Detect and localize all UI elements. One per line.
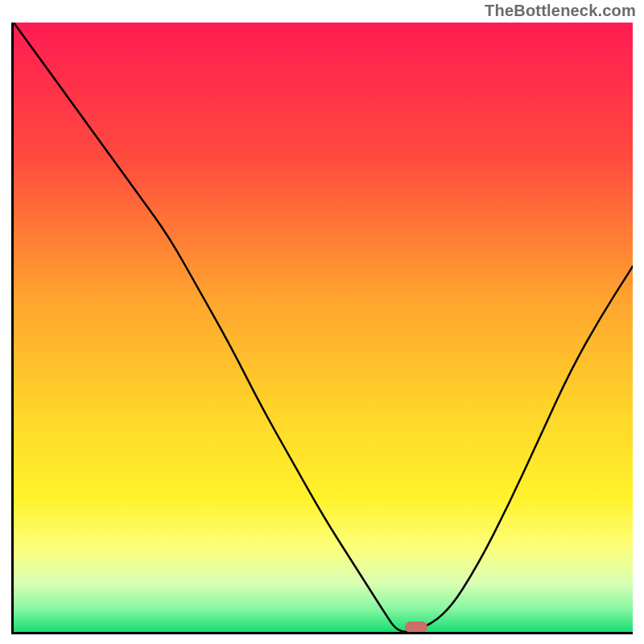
bottleneck-curve (14, 23, 633, 632)
optimal-marker (405, 621, 427, 633)
attribution-text: TheBottleneck.com (485, 2, 636, 20)
plot-area (11, 23, 633, 634)
chart-root: TheBottleneck.com (0, 0, 644, 644)
